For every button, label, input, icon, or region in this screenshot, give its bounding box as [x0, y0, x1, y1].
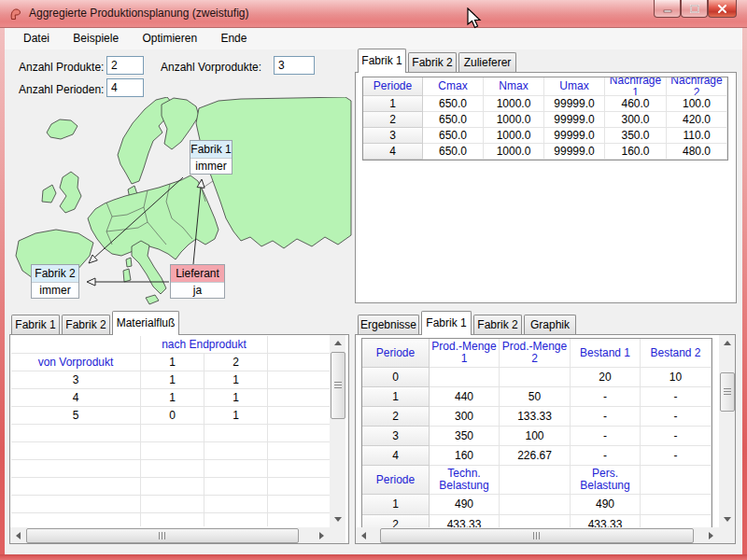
row-header-cell[interactable]: 2	[363, 112, 423, 128]
cell[interactable]	[11, 442, 141, 460]
close-button[interactable]	[708, 0, 737, 18]
tab-fabrik-2-results[interactable]: Fabrik 2	[473, 315, 522, 334]
results-vscrollbar[interactable]	[719, 335, 735, 527]
cell[interactable]: 4	[11, 389, 141, 407]
cell[interactable]	[141, 460, 204, 478]
tab-fabrik-1-results[interactable]: Fabrik 1	[421, 311, 472, 335]
cell[interactable]	[141, 496, 204, 513]
cell[interactable]: 350.0	[605, 128, 667, 144]
scroll-right-button[interactable]	[703, 527, 719, 543]
cell[interactable]	[204, 478, 268, 496]
row-header-cell[interactable]: 4	[363, 144, 423, 160]
row-header-cell[interactable]: 1	[363, 96, 423, 112]
cell[interactable]: 160.0	[605, 144, 667, 160]
scroll-left-button[interactable]	[10, 527, 26, 543]
anzahl-perioden-input[interactable]	[106, 78, 144, 97]
cell[interactable]: 650.0	[423, 96, 484, 112]
tab-graphik[interactable]: Graphik	[524, 315, 576, 334]
map-marker-fabrik-1[interactable]: Fabrik 1 immer	[190, 140, 233, 175]
cell[interactable]: 99999.0	[544, 96, 605, 112]
cell[interactable]: 100.0	[667, 96, 727, 112]
scroll-up-button[interactable]	[719, 335, 735, 351]
results-hscrollbar[interactable]	[356, 527, 719, 543]
cell[interactable]	[268, 407, 331, 425]
cell[interactable]: 650.0	[423, 128, 484, 144]
hscroll-thumb[interactable]	[26, 528, 299, 543]
cell[interactable]	[11, 336, 141, 354]
cell[interactable]: 1	[141, 371, 204, 389]
cell[interactable]	[268, 371, 331, 389]
cell[interactable]: 3	[11, 371, 141, 389]
cell[interactable]	[11, 425, 141, 442]
tab-fabrik-1-left[interactable]: Fabrik 1	[11, 315, 60, 334]
cell[interactable]: 650.0	[423, 112, 484, 128]
cell[interactable]: 5	[11, 407, 141, 425]
cell[interactable]: 1	[141, 389, 204, 407]
cell[interactable]: 99999.0	[544, 128, 605, 144]
cell[interactable]: 99999.0	[544, 144, 605, 160]
cell[interactable]	[268, 354, 331, 371]
tab-zulieferer[interactable]: Zulieferer	[458, 52, 516, 72]
cell[interactable]	[141, 478, 204, 496]
cell[interactable]	[141, 442, 204, 460]
cell[interactable]	[268, 496, 331, 513]
tab-materialfluss[interactable]: Materialfluß	[112, 311, 179, 335]
cell[interactable]	[11, 513, 141, 526]
cell[interactable]: 1	[204, 389, 268, 407]
cell[interactable]	[141, 513, 204, 526]
scroll-right-button[interactable]	[314, 527, 330, 543]
cell[interactable]: 480.0	[667, 144, 727, 160]
cell[interactable]: 1	[204, 371, 268, 389]
map-marker-lieferant[interactable]: Lieferant ja	[170, 264, 225, 299]
tab-fabrik-2[interactable]: Fabrik 2	[408, 52, 457, 72]
tab-ergebnisse[interactable]: Ergebnisse	[358, 315, 419, 334]
cell[interactable]	[268, 442, 331, 460]
cell[interactable]	[11, 478, 141, 496]
anzahl-produkte-input[interactable]	[106, 56, 144, 75]
cell[interactable]: 1000.0	[484, 144, 544, 160]
scroll-down-button[interactable]	[330, 511, 345, 527]
cell[interactable]: 1000.0	[484, 96, 544, 112]
hscroll-thumb[interactable]	[380, 528, 694, 543]
scroll-left-button[interactable]	[356, 527, 372, 543]
cell[interactable]: 650.0	[423, 144, 484, 160]
cell[interactable]	[268, 389, 331, 407]
anzahl-vorprodukte-input[interactable]	[274, 56, 315, 75]
cell[interactable]	[204, 496, 268, 513]
cell[interactable]: 99999.0	[544, 112, 605, 128]
materialflow-vscrollbar[interactable]	[330, 335, 345, 527]
menu-item-optimieren[interactable]: Optimieren	[132, 28, 207, 49]
cell[interactable]	[204, 513, 268, 526]
cell[interactable]: 300.0	[605, 112, 667, 128]
vscroll-thumb[interactable]	[720, 372, 735, 412]
minimize-button[interactable]	[654, 0, 681, 18]
cell[interactable]: 110.0	[667, 128, 727, 144]
cell[interactable]	[11, 460, 141, 478]
cell[interactable]: 1	[204, 407, 268, 425]
cell[interactable]	[268, 336, 331, 354]
cell[interactable]	[268, 478, 331, 496]
cell[interactable]	[141, 425, 204, 442]
tab-fabrik-2-left[interactable]: Fabrik 2	[62, 315, 110, 334]
menu-item-beispiele[interactable]: Beispiele	[63, 28, 129, 49]
maximize-button[interactable]	[681, 0, 708, 18]
cell[interactable]	[11, 496, 141, 513]
cell[interactable]: 420.0	[667, 112, 727, 128]
titlebar[interactable]: Aggregierte Produktionsplanung (zweistuf…	[0, 0, 747, 28]
tab-fabrik-1[interactable]: Fabrik 1	[358, 49, 406, 73]
cell[interactable]	[268, 460, 331, 478]
menu-item-ende[interactable]: Ende	[210, 28, 257, 49]
menu-item-datei[interactable]: Datei	[13, 28, 60, 49]
vscroll-thumb[interactable]	[331, 352, 345, 419]
cell[interactable]	[204, 460, 268, 478]
cell[interactable]	[268, 513, 331, 526]
cell[interactable]	[204, 425, 268, 442]
row-header-cell[interactable]: 3	[363, 128, 423, 144]
cell[interactable]: 1000.0	[484, 112, 544, 128]
cell[interactable]	[204, 442, 268, 460]
cell[interactable]: 460.0	[605, 96, 667, 112]
scroll-up-button[interactable]	[330, 335, 345, 351]
materialflow-hscrollbar[interactable]	[10, 527, 330, 543]
cell[interactable]: 1000.0	[484, 128, 544, 144]
cell[interactable]	[268, 425, 331, 442]
